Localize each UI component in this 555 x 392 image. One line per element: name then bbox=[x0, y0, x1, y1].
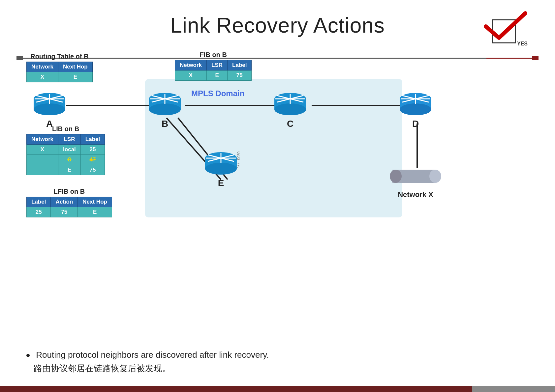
bottom-bar-gray bbox=[472, 386, 555, 392]
top-divider bbox=[16, 58, 539, 59]
fib-header-network: Network bbox=[175, 60, 207, 70]
mpls-domain-label: MPLS Domain bbox=[191, 89, 244, 98]
line-c-d bbox=[312, 105, 402, 106]
lib-header-label: Label bbox=[80, 134, 105, 145]
fib-table-b: FIB on B Network LSR Label X E 75 bbox=[175, 51, 252, 81]
router-e-label: E bbox=[218, 178, 224, 188]
lfib-label: 25 bbox=[27, 207, 51, 217]
svg-point-35 bbox=[205, 163, 237, 175]
line-b-c bbox=[185, 105, 277, 106]
lib-row-3: E 75 bbox=[27, 165, 105, 175]
fib-lsr: E bbox=[207, 70, 228, 81]
routing-table-row: X E bbox=[27, 72, 93, 82]
bottom-text-english: Routing protocol neighbors are discovere… bbox=[26, 348, 269, 362]
routing-table-header-network: Network bbox=[27, 62, 58, 72]
bullet-point bbox=[26, 354, 30, 357]
bottom-bar-dark bbox=[0, 386, 472, 392]
svg-point-7 bbox=[34, 103, 65, 115]
fib-label: 75 bbox=[228, 70, 252, 81]
lib-label-1: 25 bbox=[80, 145, 105, 155]
router-b-label: B bbox=[162, 119, 168, 129]
fib-table-title: FIB on B bbox=[175, 51, 252, 59]
lfib-header-action: Action bbox=[51, 197, 78, 207]
lib-network-3 bbox=[27, 165, 58, 175]
lfib-header-label: Label bbox=[27, 197, 51, 207]
lib-network-2 bbox=[27, 155, 58, 165]
routing-table-header-nexthop: Next Hop bbox=[58, 62, 93, 72]
svg-point-42 bbox=[390, 170, 402, 183]
fib-network: X bbox=[175, 70, 207, 81]
router-d: D bbox=[399, 92, 432, 129]
router-a: A bbox=[33, 92, 66, 129]
lib-lsr-3: E bbox=[58, 165, 81, 175]
routing-table-title: Routing Table of B bbox=[26, 53, 93, 60]
lib-lsr-2: C bbox=[58, 155, 81, 165]
lib-lsr-1: local bbox=[58, 145, 81, 155]
svg-text:YES LAB: YES LAB bbox=[517, 41, 529, 46]
svg-point-41 bbox=[429, 170, 441, 183]
lib-label-2: 47 bbox=[80, 155, 105, 165]
lfib-table-title: LFIB on B bbox=[26, 188, 112, 195]
bottom-text-area: Routing protocol neighbors are discovere… bbox=[26, 348, 269, 376]
router-e: E bbox=[204, 152, 237, 188]
yeslab-logo: YES LAB bbox=[482, 10, 529, 46]
routing-table-network: X bbox=[27, 72, 58, 82]
lfib-nexthop: E bbox=[78, 207, 112, 217]
lib-table-b: LIB on B Network LSR Label X local 25 C bbox=[26, 125, 105, 175]
lib-header-lsr: LSR bbox=[58, 134, 81, 145]
network-x-cylinder: Network X bbox=[389, 165, 442, 199]
svg-point-21 bbox=[274, 103, 306, 115]
svg-point-28 bbox=[400, 103, 431, 115]
lfib-action: 75 bbox=[51, 207, 78, 217]
bottom-text-chinese: 路由协议邻居在链路恢复后被发现。 bbox=[34, 362, 269, 376]
lib-table-title: LIB on B bbox=[26, 125, 105, 133]
router-b: B bbox=[148, 92, 181, 129]
lfib-table-b: LFIB on B Label Action Next Hop 25 75 E bbox=[26, 188, 112, 217]
lib-label-3: 75 bbox=[80, 165, 105, 175]
diagram-area: MPLS Domain A bbox=[16, 59, 539, 326]
svg-point-14 bbox=[149, 103, 181, 115]
router-c-label: C bbox=[287, 119, 293, 129]
routing-table-nexthop: E bbox=[58, 72, 93, 82]
line-a-b bbox=[66, 105, 152, 106]
bottom-bar bbox=[0, 386, 555, 392]
router-c: C bbox=[274, 92, 307, 129]
router-d-label: D bbox=[412, 119, 419, 129]
lfib-header-nexthop: Next Hop bbox=[78, 197, 112, 207]
lib-row-2: C 47 bbox=[27, 155, 105, 165]
routing-table-b: Routing Table of B Network Next Hop X E bbox=[26, 53, 93, 82]
fib-row: X E 75 bbox=[175, 70, 252, 81]
page-title: Link Recovery Actions bbox=[0, 0, 555, 38]
image-id: 020G_776 bbox=[237, 152, 241, 168]
lib-row-1: X local 25 bbox=[27, 145, 105, 155]
lfib-row: 25 75 E bbox=[27, 207, 112, 217]
lib-network-1: X bbox=[27, 145, 58, 155]
fib-header-lsr: LSR bbox=[207, 60, 228, 70]
fib-header-label: Label bbox=[228, 60, 252, 70]
network-x-label: Network X bbox=[389, 190, 442, 199]
lib-header-network: Network bbox=[27, 134, 58, 145]
